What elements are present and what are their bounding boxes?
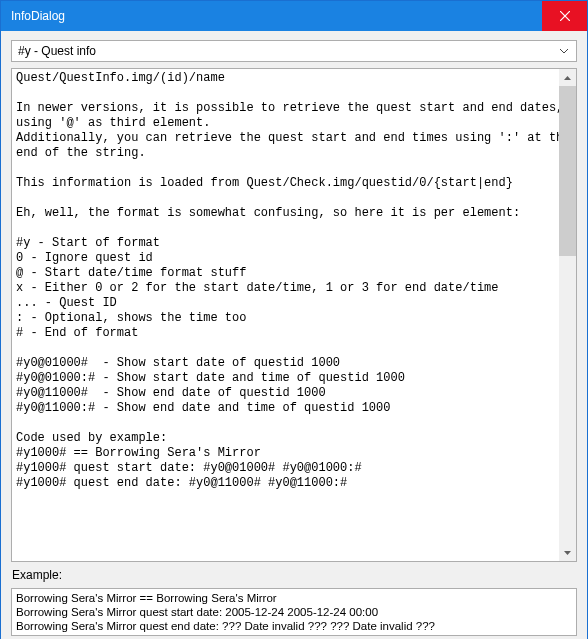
main-textarea-content: Quest/QuestInfo.img/(id)/name In newer v… (12, 69, 559, 561)
example-textarea-content: Borrowing Sera's Mirror == Borrowing Ser… (12, 589, 576, 635)
chevron-down-icon (556, 49, 572, 54)
scroll-track[interactable] (559, 86, 576, 544)
scroll-thumb[interactable] (559, 86, 576, 256)
close-icon (560, 11, 570, 21)
format-selector-dropdown[interactable]: #y - Quest info (11, 40, 577, 62)
info-dialog-window: InfoDialog #y - Quest info Quest/QuestIn… (0, 0, 588, 639)
dropdown-selected-text: #y - Quest info (18, 44, 556, 58)
example-label: Example: (11, 568, 577, 582)
scroll-down-button[interactable] (559, 544, 576, 561)
example-textarea[interactable]: Borrowing Sera's Mirror == Borrowing Ser… (11, 588, 577, 636)
vertical-scrollbar[interactable] (559, 69, 576, 561)
chevron-up-icon (564, 76, 571, 80)
chevron-down-icon (564, 551, 571, 555)
scroll-up-button[interactable] (559, 69, 576, 86)
window-title: InfoDialog (11, 9, 542, 23)
main-textarea[interactable]: Quest/QuestInfo.img/(id)/name In newer v… (11, 68, 577, 562)
titlebar[interactable]: InfoDialog (1, 1, 587, 31)
close-button[interactable] (542, 1, 587, 31)
dialog-body: #y - Quest info Quest/QuestInfo.img/(id)… (1, 31, 587, 639)
